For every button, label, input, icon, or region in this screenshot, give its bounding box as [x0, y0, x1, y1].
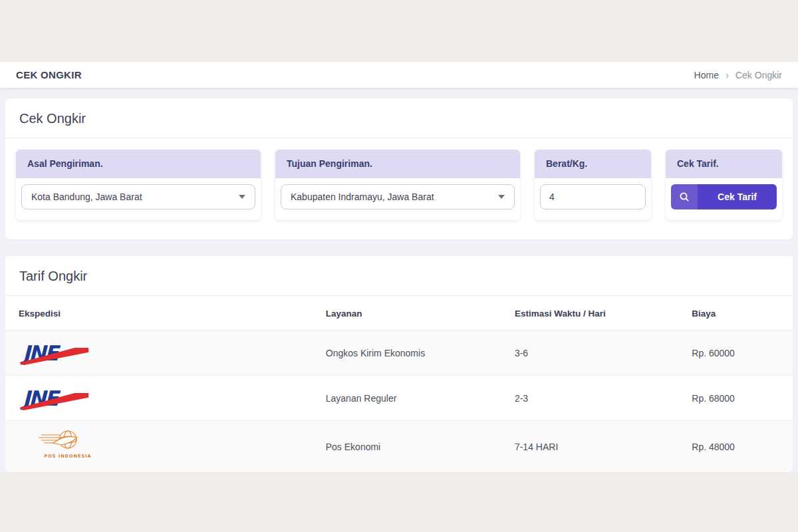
estimate-cell: 7-14 HARI [501, 421, 678, 473]
origin-select-value: Kota Bandung, Jawa Barat [31, 192, 142, 202]
cek-tarif-label: Cek Tarif. [666, 150, 782, 178]
chevron-down-icon [498, 195, 505, 199]
courier-cell: POS INDONESIA [5, 421, 313, 473]
page-top-band [0, 0, 798, 62]
page-title: CEK ONGKIR [16, 69, 82, 80]
destination-select-value: Kabupaten Indramayu, Jawa Barat [291, 192, 434, 202]
top-navbar: CEK ONGKIR Home › Cek Ongkir [0, 62, 798, 88]
weight-label: Berat/Kg. [535, 150, 651, 178]
cost-cell: Rp. 48000 [678, 421, 793, 473]
tarif-ongkir-card: Tarif Ongkir Ekspedisi Layanan Estimasi … [5, 256, 793, 472]
service-cell: Layanan Reguler [313, 376, 501, 421]
table-header-row: Ekspedisi Layanan Estimasi Waktu / Hari … [5, 296, 793, 331]
weight-field-group: Berat/Kg. [535, 150, 651, 220]
breadcrumb-home-link[interactable]: Home [694, 70, 719, 80]
destination-label: Tujuan Pengiriman. [275, 150, 520, 178]
estimate-cell: 3-6 [501, 331, 678, 376]
origin-label: Asal Pengiriman. [16, 150, 261, 178]
breadcrumb-current: Cek Ongkir [735, 70, 782, 80]
destination-select[interactable]: Kabupaten Indramayu, Jawa Barat [281, 184, 515, 209]
estimate-cell: 2-3 [501, 376, 678, 421]
header-ekspedisi: Ekspedisi [5, 296, 313, 331]
chevron-down-icon [239, 195, 245, 199]
header-estimasi: Estimasi Waktu / Hari [501, 296, 678, 331]
pos-logo-text: POS INDONESIA [44, 454, 91, 459]
breadcrumb-separator-icon: › [726, 69, 729, 80]
cek-tarif-button[interactable]: Cek Tarif [671, 184, 777, 209]
breadcrumb: Home › Cek Ongkir [694, 69, 782, 80]
cost-cell: Rp. 60000 [678, 331, 793, 376]
cek-ongkir-card-title: Cek Ongkir [5, 98, 793, 138]
jne-logo: JNE [19, 384, 89, 410]
table-row: JNE Ongkos Kirim Ekonomis 3-6 Rp. 60000 [5, 331, 793, 376]
tarif-table: Ekspedisi Layanan Estimasi Waktu / Hari … [5, 296, 793, 472]
courier-cell: JNE [5, 331, 313, 376]
origin-select[interactable]: Kota Bandung, Jawa Barat [21, 184, 255, 209]
tarif-ongkir-card-title: Tarif Ongkir [5, 256, 793, 296]
table-row: JNE Layanan Reguler 2-3 Rp. 68000 [5, 376, 793, 421]
search-icon [671, 184, 698, 209]
weight-input[interactable] [540, 184, 646, 209]
header-layanan: Layanan [313, 296, 501, 331]
cek-tarif-field-group: Cek Tarif. Cek Tarif [666, 150, 782, 220]
cek-tarif-button-label: Cek Tarif [698, 184, 777, 209]
origin-field-group: Asal Pengiriman. Kota Bandung, Jawa Bara… [16, 150, 261, 220]
cost-cell: Rp. 68000 [678, 376, 793, 421]
table-row: POS INDONESIA Pos Ekonomi 7-14 HARI Rp. … [5, 421, 793, 473]
main-content: Cek Ongkir Asal Pengiriman. Kota Bandung… [0, 88, 798, 472]
header-biaya: Biaya [678, 296, 793, 331]
courier-cell: JNE [5, 376, 313, 421]
destination-field-group: Tujuan Pengiriman. Kabupaten Indramayu, … [275, 150, 520, 220]
cek-ongkir-form: Asal Pengiriman. Kota Bandung, Jawa Bara… [5, 138, 793, 239]
service-cell: Ongkos Kirim Ekonomis [313, 331, 501, 376]
service-cell: Pos Ekonomi [313, 421, 501, 473]
pos-indonesia-logo: POS INDONESIA [33, 429, 97, 462]
jne-logo: JNE [19, 338, 89, 365]
cek-ongkir-card: Cek Ongkir Asal Pengiriman. Kota Bandung… [5, 98, 793, 239]
